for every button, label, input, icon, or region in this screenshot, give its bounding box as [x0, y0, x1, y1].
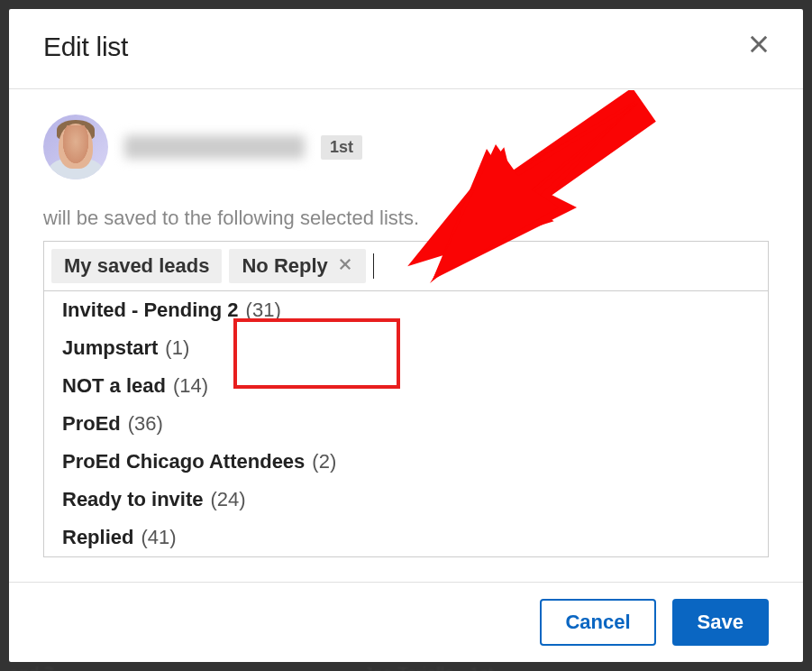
background-blur: and 7 Joe Toriello · 1st — [0, 664, 812, 671]
modal-footer: Cancel Save — [9, 582, 803, 662]
list-item-name: ProEd — [62, 412, 121, 436]
list-item-name: Invited - Pending 2 — [62, 299, 239, 322]
list-item[interactable]: Jumpstart (1) — [44, 329, 768, 367]
list-item-count: (31) — [246, 299, 281, 322]
list-item-name: Replied — [62, 526, 133, 549]
text-cursor — [373, 253, 374, 279]
list-item[interactable]: Invited - Pending 2 (31) — [44, 291, 768, 329]
list-item[interactable]: ProEd Chicago Attendees (2) — [44, 443, 768, 481]
modal-header: Edit list — [9, 9, 803, 89]
list-item[interactable]: Replied (41) — [44, 519, 768, 556]
list-item[interactable]: NOT a lead (14) — [44, 367, 768, 405]
list-item-count: (14) — [173, 374, 208, 398]
list-item-name: ProEd Chicago Attendees — [62, 450, 305, 473]
connection-degree-badge: 1st — [321, 135, 362, 160]
save-button[interactable]: Save — [672, 599, 769, 646]
list-item[interactable]: ProEd (36) — [44, 405, 768, 443]
close-icon[interactable] — [742, 27, 776, 66]
modal-body: 1st will be saved to the following selec… — [9, 89, 803, 582]
list-item-name: Jumpstart — [62, 336, 158, 360]
selected-lists-input[interactable]: My saved leads No Reply — [43, 241, 769, 291]
list-item-count: (41) — [141, 526, 176, 549]
profile-name-redacted — [124, 135, 305, 159]
list-item[interactable]: Ready to invite (24) — [44, 481, 768, 519]
avatar — [43, 115, 108, 179]
chip-no-reply[interactable]: No Reply — [229, 249, 365, 283]
chip-label: No Reply — [242, 254, 327, 278]
modal-title: Edit list — [43, 32, 128, 62]
list-item-count: (24) — [210, 488, 245, 511]
list-item-name: NOT a lead — [62, 374, 166, 398]
helper-text: will be saved to the following selected … — [43, 207, 769, 230]
list-item-count: (1) — [165, 336, 189, 360]
chip-my-saved-leads[interactable]: My saved leads — [51, 249, 222, 283]
profile-row: 1st — [43, 115, 769, 179]
list-item-count: (2) — [312, 450, 336, 473]
list-item-name: Ready to invite — [62, 488, 203, 511]
cancel-button[interactable]: Cancel — [540, 599, 655, 646]
chip-label: My saved leads — [64, 254, 209, 278]
list-item-count: (36) — [128, 412, 163, 436]
close-icon[interactable] — [337, 256, 353, 276]
list-options-dropdown: Invited - Pending 2 (31) Jumpstart (1) N… — [43, 291, 769, 557]
edit-list-modal: Edit list 1st will be saved to the follo… — [9, 9, 803, 662]
